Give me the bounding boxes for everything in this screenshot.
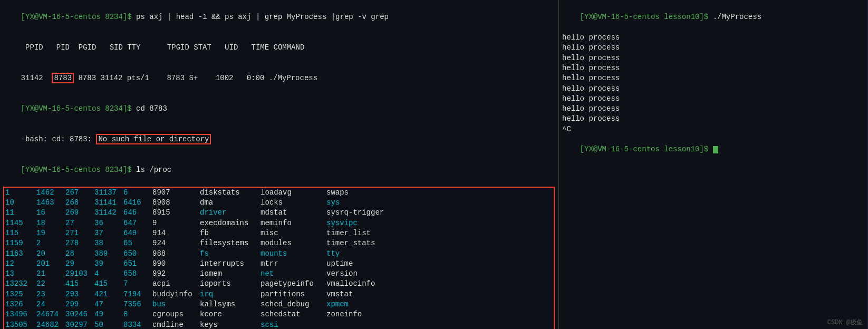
- proc-col-5: 6 6416 646 647 649 65 650 651 658 7 7194…: [120, 188, 149, 329]
- proc-col-9: swaps sys sysrq-trigger sysvipc timer_li…: [323, 188, 387, 329]
- cd-command-line: [YX@VM-16-5-centos 8234]$ cd 8783: [3, 94, 555, 124]
- hello-1: hello process: [562, 33, 864, 43]
- hello-5: hello process: [562, 73, 864, 83]
- hello-9: hello process: [562, 114, 864, 124]
- terminal-left: [YX@VM-16-5-centos 8234]$ ps axj | head …: [0, 0, 559, 329]
- hello-8: hello process: [562, 104, 864, 114]
- ctrl-c-line: ^C: [562, 124, 864, 134]
- error-highlight: No such file or directory: [96, 134, 211, 144]
- hello-6: hello process: [562, 84, 864, 94]
- hello-3: hello process: [562, 53, 864, 63]
- table-data-row: 31142 8783 8783 31142 pts/1 8783 S+ 1002…: [3, 63, 555, 94]
- proc-col-2: 1462 1463 16 18 19 2 20 201 21 22 23 24 …: [33, 188, 62, 329]
- proc-col-8: loadavg locks mdstat meminfo misc module…: [257, 188, 323, 329]
- ps-command-line: [YX@VM-16-5-centos 8234]$ ps axj | head …: [3, 2, 555, 33]
- error-line: -bash: cd: 8783: No such file or directo…: [3, 124, 555, 155]
- proc-col-6: 8907 8908 8915 9 914 924 988 990 992 acp…: [149, 188, 197, 329]
- proc-col-3: 267 268 269 27 271 278 28 29 29103 415 2…: [62, 188, 91, 329]
- ls-proc-command: [YX@VM-16-5-centos 8234]$ ls /proc: [3, 155, 555, 186]
- final-prompt-right: [YX@VM-16-5-centos lesson10]$: [562, 134, 864, 165]
- watermark: CSDN @极鱼: [827, 318, 863, 327]
- cursor-block-right: [713, 146, 718, 153]
- pid-highlight: 8783: [52, 73, 74, 83]
- proc-col-1: 1 10 11 1145 115 1159 1163 12 13 13232 1…: [4, 188, 33, 329]
- proc-listing: 1 10 11 1145 115 1159 1163 12 13 13232 1…: [3, 187, 555, 329]
- terminal-right: [YX@VM-16-5-centos lesson10]$ ./MyProces…: [559, 0, 867, 329]
- hello-2: hello process: [562, 43, 864, 53]
- hello-4: hello process: [562, 63, 864, 73]
- proc-col-4: 31137 31141 31142 36 37 38 389 39 4 415 …: [91, 188, 120, 329]
- table-header: PPID PID PGID SID TTY TPGID STAT UID TIM…: [3, 33, 555, 63]
- proc-col-7: diskstats dma driver execdomains fb file…: [197, 188, 257, 329]
- run-command-line: [YX@VM-16-5-centos lesson10]$ ./MyProces…: [562, 2, 864, 33]
- hello-7: hello process: [562, 94, 864, 104]
